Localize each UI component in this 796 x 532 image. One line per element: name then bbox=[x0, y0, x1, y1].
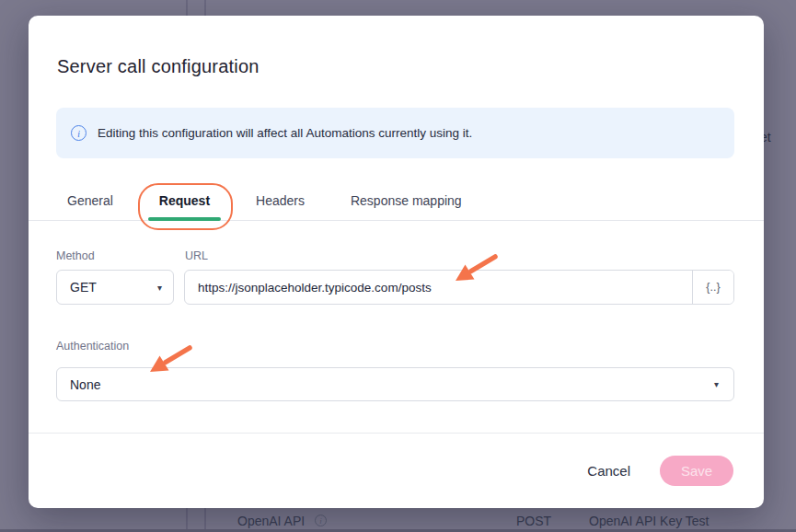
chevron-down-icon: ▾ bbox=[714, 379, 719, 389]
insert-variable-button[interactable]: {..} bbox=[692, 271, 733, 304]
info-banner: i Editing this configuration will affect… bbox=[56, 108, 734, 158]
tab-bar: General Request Headers Response mapping bbox=[29, 184, 764, 221]
dialog-title: Server call configuration bbox=[57, 56, 260, 77]
save-button[interactable]: Save bbox=[660, 456, 733, 486]
tab-general[interactable]: General bbox=[67, 184, 113, 221]
info-banner-text: Editing this configuration will affect a… bbox=[98, 126, 472, 140]
method-select-value: GET bbox=[70, 280, 97, 295]
tab-request[interactable]: Request bbox=[159, 184, 210, 221]
tab-headers[interactable]: Headers bbox=[256, 184, 305, 221]
background-row-method: POST bbox=[516, 514, 551, 528]
background-row-name: OpenAI API bbox=[237, 514, 305, 528]
authentication-select[interactable]: None ▾ bbox=[56, 367, 734, 401]
dialog-footer: Cancel Save bbox=[29, 433, 764, 508]
cancel-button[interactable]: Cancel bbox=[587, 463, 630, 479]
tab-response-mapping[interactable]: Response mapping bbox=[351, 184, 462, 221]
url-input[interactable] bbox=[185, 271, 692, 304]
authentication-label: Authentication bbox=[56, 340, 129, 353]
url-label: URL bbox=[185, 249, 208, 262]
method-select[interactable]: GET ▾ bbox=[56, 270, 174, 305]
background-row-authentication: OpenAI API Key Test bbox=[589, 514, 709, 528]
authentication-select-value: None bbox=[70, 377, 100, 392]
url-input-group: {..} bbox=[184, 270, 734, 305]
server-call-configuration-dialog: Server call configuration i Editing this… bbox=[29, 16, 764, 508]
info-icon: i bbox=[315, 515, 327, 526]
info-icon: i bbox=[71, 125, 87, 141]
chevron-down-icon: ▾ bbox=[157, 283, 162, 293]
method-label: Method bbox=[56, 249, 95, 262]
